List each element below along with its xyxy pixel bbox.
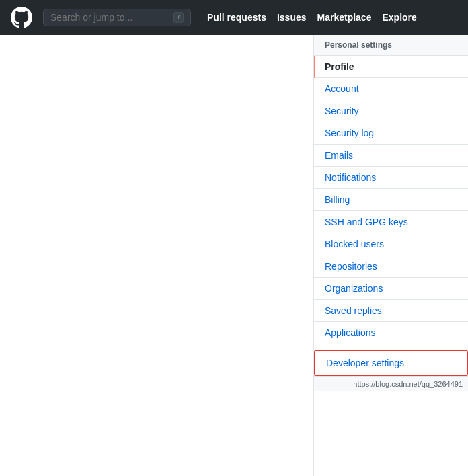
- sidebar-item-developer-settings[interactable]: Developer settings: [315, 351, 467, 375]
- nav-link-explore[interactable]: Explore: [382, 12, 416, 23]
- navbar: / Pull requestsIssuesMarketplaceExplore: [0, 0, 468, 35]
- sidebar-item-notifications[interactable]: Notifications: [314, 167, 468, 189]
- sidebar-item-saved-replies[interactable]: Saved replies: [314, 300, 468, 322]
- nav-link-issues[interactable]: Issues: [277, 12, 307, 23]
- sidebar-item-billing[interactable]: Billing: [314, 189, 468, 211]
- search-input[interactable]: [50, 12, 169, 23]
- sidebar-item-emails[interactable]: Emails: [314, 145, 468, 167]
- sidebar-item-security-log[interactable]: Security log: [314, 122, 468, 145]
- search-box[interactable]: /: [43, 9, 191, 26]
- sidebar-item-applications[interactable]: Applications: [314, 322, 468, 344]
- watermark: https://blog.csdn.net/qq_3264491: [314, 376, 468, 391]
- sidebar-items-list: ProfileAccountSecuritySecurity logEmails…: [314, 56, 468, 344]
- developer-settings-section: Developer settings: [314, 350, 468, 376]
- main-content: Personal settings ProfileAccountSecurity…: [0, 35, 468, 476]
- search-shortcut: /: [173, 12, 184, 23]
- sidebar-item-blocked-users[interactable]: Blocked users: [314, 233, 468, 255]
- sidebar-item-ssh-gpg-keys[interactable]: SSH and GPG keys: [314, 211, 468, 233]
- github-logo-icon[interactable]: [11, 7, 32, 28]
- sidebar-item-security[interactable]: Security: [314, 100, 468, 122]
- sidebar-section-header: Personal settings: [314, 35, 468, 56]
- nav-link-marketplace[interactable]: Marketplace: [317, 12, 372, 23]
- sidebar-item-organizations[interactable]: Organizations: [314, 278, 468, 300]
- left-area: [0, 35, 313, 476]
- sidebar-item-profile[interactable]: Profile: [314, 56, 468, 78]
- sidebar-item-repositories[interactable]: Repositories: [314, 255, 468, 278]
- sidebar: Personal settings ProfileAccountSecurity…: [313, 35, 468, 476]
- nav-link-pull-requests[interactable]: Pull requests: [207, 12, 266, 23]
- sidebar-item-account[interactable]: Account: [314, 78, 468, 100]
- nav-links: Pull requestsIssuesMarketplaceExplore: [207, 12, 417, 23]
